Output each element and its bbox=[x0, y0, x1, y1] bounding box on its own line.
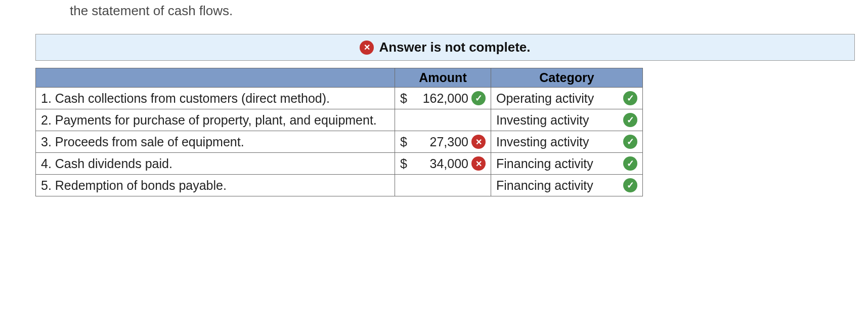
header-category: Category bbox=[491, 68, 643, 88]
table-row: 3. Proceeds from sale of equipment.$27,3… bbox=[36, 131, 643, 153]
description-cell: 3. Proceeds from sale of equipment. bbox=[36, 131, 395, 153]
header-desc bbox=[36, 68, 395, 88]
description-cell: 2. Payments for purchase of property, pl… bbox=[36, 109, 395, 131]
alert-banner: Answer is not complete. bbox=[35, 34, 855, 61]
check-icon bbox=[623, 135, 637, 149]
check-icon bbox=[623, 91, 637, 105]
x-icon bbox=[471, 156, 486, 171]
category-cell[interactable]: Financing activity bbox=[491, 175, 643, 196]
intro-text: the statement of cash flows. bbox=[70, 3, 868, 19]
table-row: 2. Payments for purchase of property, pl… bbox=[36, 109, 643, 131]
category-cell[interactable]: Operating activity bbox=[491, 88, 643, 109]
table-header-row: Amount Category bbox=[36, 68, 643, 88]
category-value: Investing activity bbox=[496, 135, 589, 149]
amount-cell[interactable] bbox=[395, 175, 491, 196]
category-cell[interactable]: Investing activity bbox=[491, 131, 643, 153]
description-cell: 5. Redemption of bonds payable. bbox=[36, 175, 395, 196]
category-value: Financing activity bbox=[496, 178, 593, 193]
x-icon bbox=[471, 135, 486, 149]
amount-cell[interactable] bbox=[395, 109, 491, 131]
category-value: Operating activity bbox=[496, 91, 594, 106]
amount-cell[interactable]: $27,300 bbox=[395, 131, 491, 153]
currency-symbol: $ bbox=[400, 156, 407, 171]
amount-cell[interactable]: $162,000 bbox=[395, 88, 491, 109]
category-value: Investing activity bbox=[496, 113, 589, 128]
check-icon bbox=[623, 178, 637, 192]
check-icon bbox=[471, 91, 486, 105]
table-row: 5. Redemption of bonds payable.Financing… bbox=[36, 175, 643, 196]
category-cell[interactable]: Financing activity bbox=[491, 153, 643, 175]
category-value: Financing activity bbox=[496, 156, 593, 171]
description-cell: 4. Cash dividends paid. bbox=[36, 153, 395, 175]
table-row: 1. Cash collections from customers (dire… bbox=[36, 88, 643, 109]
alert-text: Answer is not complete. bbox=[379, 39, 530, 55]
amount-cell[interactable]: $34,000 bbox=[395, 153, 491, 175]
table-row: 4. Cash dividends paid.$34,000Financing … bbox=[36, 153, 643, 175]
answer-table: Amount Category 1. Cash collections from… bbox=[35, 68, 643, 196]
currency-symbol: $ bbox=[400, 91, 407, 106]
description-cell: 1. Cash collections from customers (dire… bbox=[36, 88, 395, 109]
amount-value: 162,000 bbox=[410, 91, 468, 106]
category-cell[interactable]: Investing activity bbox=[491, 109, 643, 131]
x-icon bbox=[360, 41, 374, 55]
currency-symbol: $ bbox=[400, 135, 407, 149]
check-icon bbox=[623, 113, 637, 127]
check-icon bbox=[623, 156, 637, 171]
amount-value: 27,300 bbox=[410, 135, 468, 149]
header-amount: Amount bbox=[395, 68, 491, 88]
amount-value: 34,000 bbox=[410, 156, 468, 171]
